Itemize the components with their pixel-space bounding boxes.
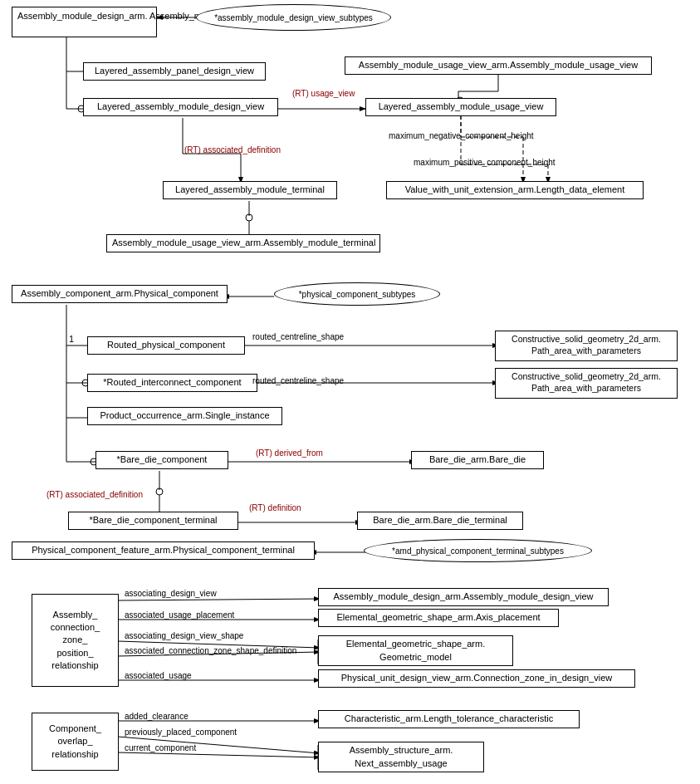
box-bare-die: Bare_die_arm.Bare_die <box>411 451 544 469</box>
label-routed-centreline-2: routed_centreline_shape <box>252 376 344 385</box>
label-added-clearance: added_clearance <box>125 712 188 721</box>
label-prev-placed: previously_placed_component <box>125 728 237 737</box>
box-csg-1: Constructive_solid_geometry_2d_arm.Path_… <box>495 331 678 361</box>
box-physical-component: Assembly_component_arm.Physical_componen… <box>12 285 228 303</box>
box-label: Elemental_geometric_shape_arm.Axis_place… <box>336 612 540 622</box>
diagram-container: 1 Assembly_module_design_arm. Assembly_m… <box>0 0 700 784</box>
box-routed-interconnect: *Routed_interconnect_component <box>87 374 257 392</box>
box-physical-component-feature: Physical_component_feature_arm.Physical_… <box>12 541 315 560</box>
svg-line-51 <box>118 752 320 757</box>
box-layered-terminal: Layered_assembly_module_terminal <box>163 181 337 199</box>
label-assoc-conn-zone-shape: associated_connection_zone_shape_definit… <box>125 646 296 655</box>
box-bare-die-terminal: Bare_die_arm.Bare_die_terminal <box>357 512 523 530</box>
label-derived-from: (RT) derived_from <box>256 448 323 458</box>
box-label: *Bare_die_component <box>117 454 208 464</box>
box-label: Component_overlap_relationship <box>49 723 101 761</box>
box-label: Assembly_module_design_arm. Assembly_mod… <box>17 10 151 22</box>
label-current-comp: current_component <box>125 743 196 752</box>
ellipse-label: *assembly_module_design_view_subtypes <box>214 13 373 22</box>
label-associated-def: (RT) associated_definition <box>184 145 281 154</box>
box-label: Layered_assembly_module_design_view <box>97 101 264 111</box>
ellipse-physical-subtypes: *physical_component_subtypes <box>274 282 440 306</box>
box-assembly-module-design: Assembly_module_design_arm. Assembly_mod… <box>12 7 157 37</box>
box-connection-zone: Assembly_connection_zone_position_relati… <box>32 594 119 687</box>
box-bare-die-component: *Bare_die_component <box>95 451 228 469</box>
box-label: Assembly_structure_arm.Next_assembly_usa… <box>350 744 453 770</box>
label-max-pos: maximum_positive_component_height <box>414 158 556 167</box>
box-label: Bare_die_arm.Bare_die <box>429 454 526 464</box>
box-length-tolerance: Characteristic_arm.Length_tolerance_char… <box>318 710 580 728</box>
svg-text:1: 1 <box>69 334 74 344</box>
box-layered-module-usage: Layered_assembly_module_usage_view <box>365 98 556 116</box>
box-label: Layered_assembly_module_terminal <box>175 184 325 194</box>
box-label: Characteristic_arm.Length_tolerance_char… <box>345 713 553 723</box>
box-csg-2: Constructive_solid_geometry_2d_arm.Path_… <box>495 368 678 399</box>
box-label: *Routed_interconnect_component <box>103 377 241 387</box>
box-product-occurrence: Product_occurrence_arm.Single_instance <box>87 407 282 425</box>
label-assoc-usage: associated_usage <box>125 671 192 680</box>
label-associated-def-2: (RT) associated_definition <box>47 490 143 499</box>
box-label: Layered_assembly_module_usage_view <box>379 101 544 111</box>
box-label: Constructive_solid_geometry_2d_arm.Path_… <box>501 371 672 394</box>
svg-line-43 <box>118 599 320 600</box>
box-label: Constructive_solid_geometry_2d_arm.Path_… <box>501 334 672 356</box>
box-routed-physical: Routed_physical_component <box>87 336 245 355</box>
box-label: Assembly_module_usage_view_arm.Assembly_… <box>112 238 375 247</box>
box-bare-die-terminal-component: *Bare_die_component_terminal <box>68 512 238 530</box>
box-connection-zone-view: Physical_unit_design_view_arm.Connection… <box>318 669 635 688</box>
label-assoc-design-view: associating_design_view <box>125 589 217 598</box>
box-label: Product_occurrence_arm.Single_instance <box>100 410 269 420</box>
ellipse-physical-terminal-subtypes: *amd_physical_component_terminal_subtype… <box>364 539 592 562</box>
label-assoc-design-view-shape: associating_design_view_shape <box>125 631 243 640</box>
label-usage-view: (RT) usage_view <box>292 89 355 98</box>
box-assembly-module-terminal: Assembly_module_usage_view_arm.Assembly_… <box>106 234 380 252</box>
box-label: Layered_assembly_panel_design_view <box>95 66 254 76</box>
box-label: Assembly_connection_zone_position_relati… <box>51 609 100 673</box>
box-label: Bare_die_arm.Bare_die_terminal <box>373 515 507 525</box>
label-routed-centreline-1: routed_centreline_shape <box>252 332 344 341</box>
box-label: Assembly_module_usage_view_arm.Assembly_… <box>359 60 638 70</box>
label-definition: (RT) definition <box>249 503 301 512</box>
ellipse-label: *amd_physical_component_terminal_subtype… <box>392 546 564 556</box>
box-label: Physical_unit_design_view_arm.Connection… <box>341 673 613 683</box>
box-label: Assembly_component_arm.Physical_componen… <box>21 288 218 298</box>
ellipse-assembly-module-view-subtypes: *assembly_module_design_view_subtypes <box>196 4 391 31</box>
box-module-design-view-ref: Assembly_module_design_arm.Assembly_modu… <box>318 588 609 606</box>
svg-point-21 <box>246 214 252 221</box>
box-geometric-model: Elemental_geometric_shape_arm.Geometric_… <box>318 635 513 666</box>
box-next-assembly-usage: Assembly_structure_arm.Next_assembly_usa… <box>318 742 484 772</box>
ellipse-label: *physical_component_subtypes <box>299 290 416 299</box>
box-label: *Bare_die_component_terminal <box>89 515 217 525</box>
box-layered-panel: Layered_assembly_panel_design_view <box>83 62 266 81</box>
box-layered-module: Layered_assembly_module_design_view <box>83 98 278 116</box>
box-overlap: Component_overlap_relationship <box>32 713 119 771</box>
svg-point-38 <box>156 488 163 495</box>
label-assoc-usage-placement: associated_usage_placement <box>125 610 234 620</box>
box-assembly-module-usage-view: Assembly_module_usage_view_arm.Assembly_… <box>345 56 652 75</box>
label-max-neg: maximum_negative_component_height <box>389 131 534 140</box>
box-label: Assembly_module_design_arm.Assembly_modu… <box>333 591 593 601</box>
box-label: Physical_component_feature_arm.Physical_… <box>32 545 295 555</box>
box-label: Elemental_geometric_shape_arm.Geometric_… <box>346 638 486 664</box>
box-label: Value_with_unit_extension_arm.Length_dat… <box>405 184 625 194</box>
box-label: Routed_physical_component <box>107 340 225 350</box>
box-axis-placement: Elemental_geometric_shape_arm.Axis_place… <box>318 609 559 627</box>
box-value-extension: Value_with_unit_extension_arm.Length_dat… <box>386 181 644 199</box>
